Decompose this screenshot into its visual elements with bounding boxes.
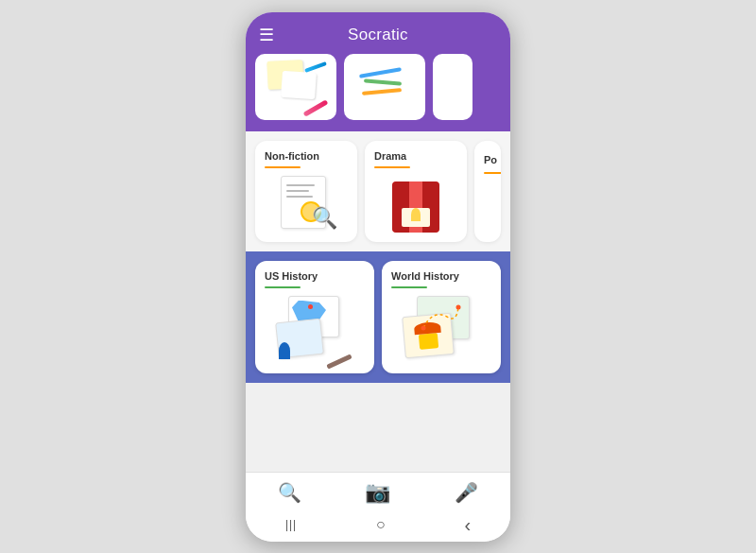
writing-card-image xyxy=(344,54,425,120)
blue-pen-icon xyxy=(304,61,327,73)
drama-book xyxy=(392,181,439,233)
us-history-image-area xyxy=(265,296,365,364)
drama-title: Drama xyxy=(374,150,457,162)
poetry-underline-partial xyxy=(484,172,501,174)
pencil-green xyxy=(363,78,401,85)
system-menu-btn[interactable]: ||| xyxy=(285,518,297,531)
drama-illustration xyxy=(387,176,444,233)
magnifier-icon: 🔍 xyxy=(312,206,337,231)
us-pencil-icon xyxy=(326,354,352,369)
pencils-illustration xyxy=(354,63,416,111)
nonfiction-image-area: 🔍 xyxy=(265,176,348,233)
app-title: Socratic xyxy=(348,26,408,44)
mic-nav-item[interactable]: 🎤 xyxy=(455,481,478,504)
svg-point-1 xyxy=(456,304,461,309)
pink-pen-icon xyxy=(303,99,329,116)
phone-frame: ☰ Socratic xyxy=(246,12,510,542)
map-dot xyxy=(308,304,313,309)
doc-line-3 xyxy=(286,196,313,198)
drama-underline xyxy=(374,166,410,168)
scroll-content: Non-fiction 🔍 Drama xyxy=(246,54,510,472)
math-card-image xyxy=(255,54,336,120)
world-history-underline xyxy=(391,286,427,288)
world-history-card[interactable]: World History xyxy=(382,261,501,373)
top-card-math[interactable] xyxy=(255,54,336,120)
camera-nav-icon: 📷 xyxy=(365,480,390,505)
pencil-orange xyxy=(361,88,401,95)
world-history-illustration xyxy=(404,296,479,364)
stage-figure xyxy=(411,208,421,221)
bottom-navigation: 🔍 📷 🎤 xyxy=(246,472,510,509)
system-back-btn[interactable]: ‹ xyxy=(464,514,471,536)
us-map-illustration xyxy=(277,296,352,364)
top-card-partial[interactable] xyxy=(433,54,472,120)
top-card-writing[interactable] xyxy=(344,54,425,120)
world-history-title: World History xyxy=(391,270,491,282)
sticky-notes-illustration xyxy=(263,60,329,112)
pencil-blue xyxy=(358,67,401,78)
literature-section: Non-fiction 🔍 Drama xyxy=(246,131,510,251)
doc-line-1 xyxy=(286,184,315,186)
history-section: US History Wo xyxy=(246,251,510,383)
search-nav-icon: 🔍 xyxy=(278,481,301,504)
sticky-note-2 xyxy=(281,71,317,99)
system-navigation: ||| ○ ‹ xyxy=(246,509,510,542)
nonfiction-illustration: 🔍 xyxy=(273,176,339,233)
app-header: ☰ Socratic xyxy=(246,12,510,54)
poetry-card-partial[interactable]: Po xyxy=(474,141,501,242)
top-cards-strip xyxy=(246,54,510,131)
menu-icon[interactable]: ☰ xyxy=(259,26,274,43)
nonfiction-card[interactable]: Non-fiction 🔍 xyxy=(255,141,357,242)
nonfiction-title: Non-fiction xyxy=(265,150,348,162)
camera-nav-item[interactable]: 📷 xyxy=(365,480,390,505)
nonfiction-underline xyxy=(265,166,301,168)
dotted-path-svg xyxy=(419,300,466,336)
svg-point-0 xyxy=(421,325,426,330)
doc-line-2 xyxy=(286,190,309,192)
us-history-card[interactable]: US History xyxy=(255,261,374,373)
search-nav-item[interactable]: 🔍 xyxy=(278,481,301,504)
us-figure-icon xyxy=(279,342,290,359)
world-history-image-area xyxy=(391,296,491,364)
us-history-title: US History xyxy=(265,270,365,282)
mic-nav-icon: 🎤 xyxy=(455,481,478,504)
poetry-title-partial: Po xyxy=(484,154,497,165)
system-home-btn[interactable]: ○ xyxy=(376,516,386,533)
drama-image-area xyxy=(374,176,457,233)
us-history-underline xyxy=(265,286,301,288)
drama-card[interactable]: Drama xyxy=(365,141,467,242)
